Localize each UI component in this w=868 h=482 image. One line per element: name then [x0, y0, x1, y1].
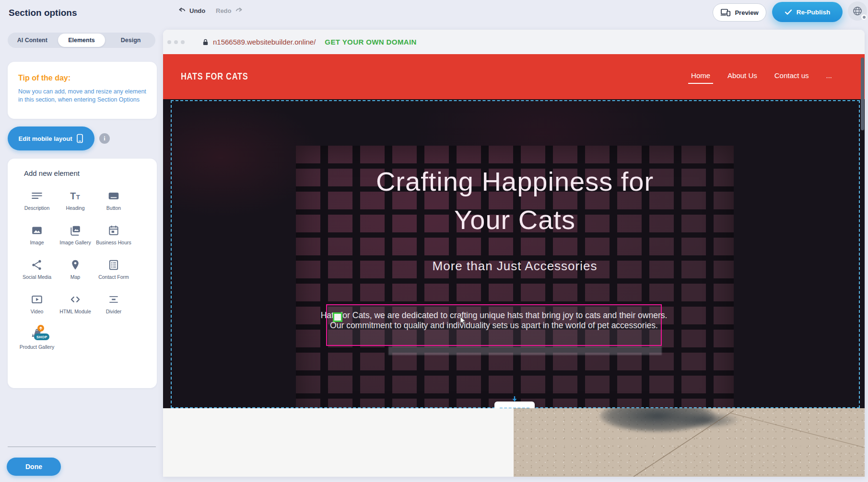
- business-hours-icon: [107, 224, 120, 237]
- tip-body: Now you can add, move and resize any ele…: [18, 88, 147, 104]
- hero-section[interactable]: Crafting Happiness for Your Cats More th…: [163, 99, 865, 408]
- info-icon[interactable]: i: [99, 133, 110, 144]
- site-preview-window: n1566589.websitebuilder.online/ GET YOUR…: [163, 30, 865, 477]
- site-logo[interactable]: HATS FOR CATS: [181, 70, 248, 82]
- selected-text-element[interactable]: Hats for Cats, we are dedicated to craft…: [326, 304, 662, 346]
- lock-icon: [202, 38, 209, 46]
- element-image[interactable]: Image: [18, 224, 56, 246]
- done-button[interactable]: Done: [7, 458, 61, 476]
- redo-button[interactable]: Redo: [216, 7, 243, 14]
- globe-icon: [852, 6, 863, 16]
- window-dots: [167, 40, 185, 44]
- element-button[interactable]: Button: [94, 190, 133, 211]
- phone-icon: [76, 134, 83, 143]
- redo-icon: [235, 7, 243, 14]
- add-new-element-title: Add new element: [24, 169, 157, 177]
- tip-title: Tip of the day:: [18, 74, 146, 82]
- floor-tile-seams: [514, 408, 865, 477]
- svg-text:T: T: [76, 194, 80, 201]
- element-product-gallery[interactable]: SHOP Product Gallery: [18, 328, 56, 350]
- element-description[interactable]: Description: [18, 190, 56, 211]
- panel-tabs: AI Content Elements Design: [8, 33, 155, 48]
- nav-about-us[interactable]: About Us: [727, 71, 757, 80]
- button-icon: [107, 190, 120, 202]
- tab-ai-content[interactable]: AI Content: [9, 34, 56, 47]
- add-new-element-card: Add new element Description TT Heading B…: [8, 159, 157, 388]
- image-gallery-icon: [69, 224, 82, 237]
- divider-icon: [107, 293, 120, 306]
- element-html-module[interactable]: HTML Module: [56, 293, 94, 315]
- arrow-down-icon: [511, 396, 518, 402]
- nav-more[interactable]: ...: [826, 71, 832, 80]
- product-gallery-icon: SHOP: [30, 328, 44, 341]
- element-video[interactable]: Video: [18, 293, 56, 315]
- nav-home[interactable]: Home: [691, 71, 710, 80]
- edit-mobile-layout-label: Edit mobile layout: [19, 135, 72, 142]
- floor-image[interactable]: [514, 408, 865, 477]
- hero-heading[interactable]: Crafting Happiness for Your Cats: [296, 162, 734, 239]
- element-grid: Description TT Heading Button Image Imag…: [18, 190, 157, 350]
- language-globe-button[interactable]: [848, 1, 867, 21]
- republish-button[interactable]: Re-Publish: [772, 2, 843, 22]
- site-url[interactable]: n1566589.websitebuilder.online/: [213, 38, 316, 46]
- page-title: Section options: [9, 8, 77, 18]
- site-header[interactable]: HATS FOR CATS Home About Us Contact us .…: [163, 54, 865, 99]
- svg-text:T: T: [70, 191, 76, 201]
- contact-form-icon: [107, 259, 120, 271]
- get-your-own-domain-link[interactable]: GET YOUR OWN DOMAIN: [325, 38, 417, 46]
- element-map[interactable]: Map: [56, 259, 94, 280]
- app-window: Section options AI Content Elements Desi…: [0, 0, 868, 482]
- panel-divider: [8, 447, 156, 447]
- element-image-gallery[interactable]: Image Gallery: [56, 224, 94, 246]
- upgrade-arrow-badge: [37, 325, 44, 332]
- drag-ghost-bar: [388, 346, 662, 355]
- url-bar[interactable]: n1566589.websitebuilder.online/ GET YOUR…: [202, 38, 417, 46]
- element-drag-handle[interactable]: [333, 312, 342, 322]
- social-media-icon: [31, 259, 43, 271]
- next-section[interactable]: [163, 408, 865, 477]
- preview-scrollbar[interactable]: [861, 57, 864, 130]
- tab-elements[interactable]: Elements: [58, 34, 106, 47]
- hero-subheading[interactable]: More than Just Accessories: [296, 259, 734, 274]
- site-nav: Home About Us Contact us ...: [691, 71, 832, 80]
- element-contact-form[interactable]: Contact Form: [94, 259, 133, 280]
- description-icon: [31, 190, 43, 202]
- html-module-icon: [69, 293, 82, 306]
- heading-icon: TT: [69, 190, 82, 202]
- undo-button[interactable]: Undo: [178, 7, 205, 14]
- video-icon: [31, 293, 43, 306]
- devices-icon: [720, 8, 731, 17]
- check-icon: [785, 9, 792, 15]
- preview-button[interactable]: Preview: [713, 3, 766, 22]
- image-icon: [31, 224, 43, 237]
- tab-design[interactable]: Design: [107, 34, 154, 47]
- tip-of-the-day-card: Tip of the day: Now you can add, move an…: [8, 62, 157, 119]
- undo-icon: [178, 7, 186, 14]
- element-divider[interactable]: Divider: [94, 293, 133, 315]
- edit-mobile-layout-button[interactable]: Edit mobile layout: [8, 126, 94, 150]
- browser-chrome: n1566589.websitebuilder.online/ GET YOUR…: [163, 30, 865, 54]
- element-heading[interactable]: TT Heading: [56, 190, 94, 211]
- globe-status-dot: [861, 14, 867, 20]
- nav-contact-us[interactable]: Contact us: [774, 71, 809, 80]
- map-icon: [69, 259, 82, 271]
- element-business-hours[interactable]: Business Hours: [94, 224, 133, 246]
- element-social-media[interactable]: Social Media: [18, 259, 56, 280]
- shop-badge: SHOP: [34, 333, 49, 340]
